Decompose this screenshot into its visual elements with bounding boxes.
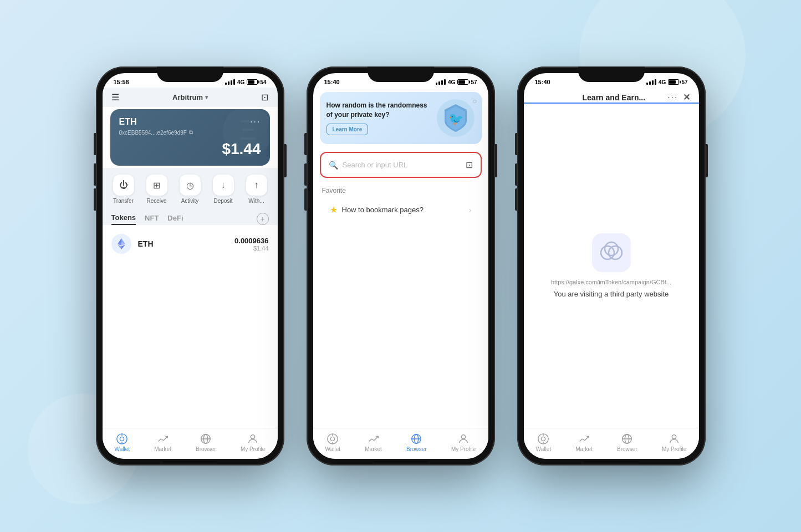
qr-icon[interactable]: ⊡ — [466, 160, 473, 170]
eth-logo — [111, 234, 131, 254]
close-button[interactable]: ✕ — [683, 92, 690, 103]
signal-bar-3-2 — [649, 81, 651, 85]
status-right-1: 4G 54 — [225, 79, 266, 85]
market-nav-icon-2 — [368, 433, 380, 445]
token-amounts-eth: 0.0009636 $1.44 — [234, 237, 268, 252]
receive-button[interactable]: ⊞ Receive — [146, 175, 167, 204]
signal-bar-3-4 — [655, 79, 656, 85]
profile-nav-icon-3 — [668, 433, 680, 445]
learn-title: Learn and Earn... — [560, 93, 668, 102]
receive-label: Receive — [146, 198, 166, 204]
battery-num-3: 57 — [681, 79, 687, 85]
nav-market-label-1: Market — [154, 446, 171, 452]
third-party-svg — [592, 233, 631, 272]
favorite-item-bookmark[interactable]: ★ How to bookmark pages? › — [322, 199, 479, 221]
receive-icon: ⊞ — [146, 175, 167, 196]
third-party-content: https://galxe.com/imToken/campaign/GCBf.… — [524, 104, 699, 428]
token-item-eth[interactable]: ETH 0.0009636 $1.44 — [111, 234, 269, 254]
network-selector[interactable]: Arbitrum ▾ — [172, 93, 208, 101]
favorite-section: Favorite ★ How to bookmark pages? › — [313, 181, 488, 224]
nav-profile-1[interactable]: My Profile — [241, 433, 265, 452]
menu-icon[interactable]: ☰ — [111, 92, 119, 103]
nav-browser-label-1: Browser — [196, 446, 216, 452]
profile-nav-icon — [247, 433, 259, 445]
battery-num-2: 57 — [471, 79, 477, 85]
phone-3-learn: 15:40 4G 57 Learn and Earn... — [517, 66, 706, 466]
nav-wallet-label-2: Wallet — [325, 446, 340, 452]
phone-2-browser: 15:40 4G 57 How random is the rando — [307, 66, 495, 466]
network-type-3: 4G — [659, 79, 666, 85]
activity-label: Activity — [181, 198, 199, 204]
nav-browser-label-2: Browser — [406, 446, 427, 452]
svg-marker-5 — [118, 245, 121, 250]
deposit-button[interactable]: ↓ Deposit — [213, 175, 234, 204]
nav-wallet-label-3: Wallet — [536, 446, 551, 452]
wallet-token-name: ETH — [119, 117, 137, 127]
nav-market-3[interactable]: Market — [575, 433, 593, 452]
activity-button[interactable]: ◷ Activity — [180, 175, 201, 204]
nav-profile-2[interactable]: My Profile — [451, 433, 476, 452]
wallet-card: Ξ ETH ··· 0xcEBB5594....e2ef6e9d9F ⧉ $1.… — [110, 109, 270, 166]
nav-browser-3[interactable]: Browser — [617, 433, 637, 452]
withdraw-button[interactable]: ↑ With... — [246, 175, 267, 204]
nav-profile-3[interactable]: My Profile — [662, 433, 686, 452]
screen-phone3: Learn and Earn... ··· ✕ https://galxe.co — [524, 88, 699, 459]
browser-nav-icon-2 — [410, 433, 422, 445]
activity-icon: ◷ — [180, 175, 201, 196]
nav-wallet-1[interactable]: Wallet — [115, 433, 130, 452]
network-type-2: 4G — [448, 79, 455, 85]
signal-bar-4 — [233, 79, 235, 85]
nav-wallet-3[interactable]: Wallet — [536, 433, 551, 452]
third-party-icon — [592, 233, 631, 272]
add-token-button[interactable]: + — [257, 213, 269, 225]
browser-empty-space — [313, 224, 488, 428]
more-options-button[interactable]: ··· — [667, 93, 678, 103]
search-icon: 🔍 — [329, 161, 338, 170]
learn-more-button[interactable]: Learn More — [326, 124, 369, 135]
nav-browser-2[interactable]: Browser — [406, 433, 427, 452]
network-arrow-icon: ▾ — [205, 94, 208, 100]
copy-icon[interactable]: ⧉ — [189, 129, 193, 136]
wallet-address-text: 0xcEBB5594....e2ef6e9d9F — [119, 130, 187, 136]
status-right-2: 4G 57 — [436, 79, 477, 85]
transfer-label: Transfer — [113, 198, 134, 204]
svg-point-37 — [672, 435, 676, 439]
banner-illustration: 🐦 — [436, 99, 475, 137]
shield-illustration: 🐦 — [436, 99, 475, 137]
search-input[interactable]: Search or input URL — [343, 161, 461, 169]
tab-tokens[interactable]: Tokens — [111, 213, 136, 225]
nav-profile-label-3: My Profile — [662, 446, 686, 452]
battery-1 — [247, 79, 258, 85]
wallet-address: 0xcEBB5594....e2ef6e9d9F ⧉ — [119, 129, 261, 136]
battery-num-1: 54 — [260, 79, 266, 85]
bottom-nav-1: Wallet Market Browser — [103, 428, 278, 459]
svg-rect-26 — [592, 233, 631, 272]
search-bar[interactable]: 🔍 Search or input URL ⊡ — [322, 154, 479, 176]
signal-bar-2-3 — [441, 80, 443, 85]
nav-market-1[interactable]: Market — [154, 433, 171, 452]
nav-market-2[interactable]: Market — [365, 433, 382, 452]
notch-1 — [157, 66, 223, 82]
nav-browser-label-3: Browser — [617, 446, 637, 452]
wallet-header: ☰ Arbitrum ▾ ⊡ — [103, 88, 278, 107]
nav-browser-1[interactable]: Browser — [196, 433, 216, 452]
battery-fill-3 — [669, 80, 676, 84]
scan-icon[interactable]: ⊡ — [261, 92, 268, 103]
tab-defi[interactable]: DeFi — [167, 214, 183, 224]
browser-nav-icon — [200, 433, 212, 445]
network-type-1: 4G — [237, 79, 244, 85]
signal-bar-2 — [228, 81, 229, 85]
eth-icon — [115, 237, 128, 250]
wallet-more-icon[interactable]: ··· — [250, 117, 261, 127]
favorite-item-label: How to bookmark pages? — [342, 206, 424, 214]
nav-wallet-2[interactable]: Wallet — [325, 433, 340, 452]
svg-text:🐦: 🐦 — [448, 111, 463, 126]
screen-phone1: ☰ Arbitrum ▾ ⊡ Ξ ETH ··· 0xcEBB5594. — [103, 88, 278, 459]
time-2: 15:40 — [324, 79, 340, 85]
tab-nft[interactable]: NFT — [145, 214, 159, 224]
banner-close-button[interactable]: ○ — [472, 96, 477, 105]
chevron-right-icon: › — [469, 206, 472, 214]
time-1: 15:58 — [114, 79, 129, 85]
battery-3 — [668, 79, 679, 85]
transfer-button[interactable]: ⏻ Transfer — [113, 175, 134, 204]
